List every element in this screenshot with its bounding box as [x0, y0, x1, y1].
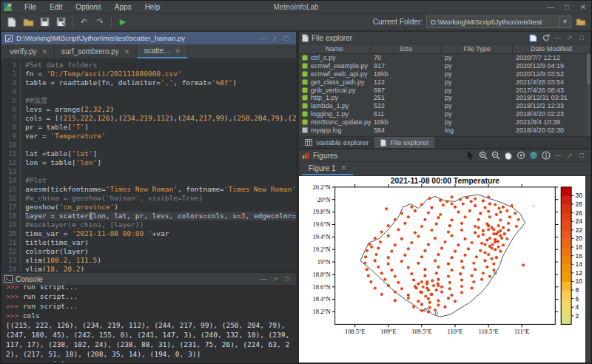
globe-icon[interactable] — [527, 150, 539, 161]
undo-button[interactable]: ↶ — [76, 16, 91, 29]
figures-toolbar: — ↗ □ — [464, 150, 588, 161]
pan-hand-icon[interactable] — [502, 150, 514, 161]
zoom-in-icon[interactable] — [477, 150, 489, 161]
svg-text:19.4°N: 19.4°N — [312, 233, 330, 240]
panel-float-icon[interactable]: ↗ — [269, 275, 281, 283]
column-header-date-modified[interactable]: Date Modified — [513, 44, 591, 53]
code-line-12: lon = table['lon'] — [25, 158, 296, 167]
close-button[interactable]: ✕ — [575, 3, 591, 11]
browse-folder-button[interactable] — [574, 16, 588, 28]
chevron-down-icon[interactable]: ▼ — [559, 16, 571, 27]
table-row[interactable]: ecmwf_web_api.py18kbpy2020/12/9 03:52 — [299, 70, 591, 78]
panel-maximize-button[interactable]: □ — [576, 152, 588, 159]
console-output[interactable]: >>> run script...>>> run script...>>> ru… — [1, 286, 296, 363]
menu-edit[interactable]: Edit — [43, 3, 69, 11]
panel-float-icon[interactable]: ↗ — [564, 152, 576, 159]
panel-minimize-button[interactable]: — — [552, 34, 564, 41]
minimize-button[interactable]: — — [542, 3, 559, 11]
code-line-8: pr = table['T'] — [25, 123, 296, 132]
svg-text:26: 26 — [576, 209, 583, 217]
save-button[interactable] — [37, 16, 52, 29]
file-size: 611 — [371, 110, 442, 118]
column-header-name[interactable]: Name — [299, 44, 371, 53]
editor-tab-bar: verify.py✕surf_sombrero.py✕scatte...✕ — [1, 44, 296, 59]
panel-minimize-button[interactable]: — — [258, 275, 269, 283]
close-icon[interactable]: ✕ — [124, 48, 130, 55]
code-line-2: fn = 'D:/Temp/ascii/202111080000.csv' — [25, 70, 296, 78]
app-logo-icon — [4, 3, 12, 11]
new-file-button[interactable] — [4, 16, 19, 29]
column-header-file-type[interactable]: File Type — [442, 44, 513, 53]
document-icon[interactable] — [527, 33, 539, 44]
code-area[interactable]: 123456789101112131415161718192021222324 … — [1, 59, 296, 272]
file-type: py — [442, 70, 513, 78]
editor-window-buttons: — ↗ □ — [257, 35, 292, 42]
tab-file-explorer[interactable]: File explorer — [374, 137, 434, 148]
edit-file-icon — [5, 35, 13, 42]
file-date: 2021/4/28 03:54 — [513, 78, 591, 86]
figure-tab-bar: Figure 1 ✕ — [299, 162, 591, 176]
menu-file[interactable]: File — [18, 3, 43, 11]
tab-figure-1[interactable]: Figure 1 ✕ — [302, 162, 353, 175]
close-icon[interactable]: ✕ — [341, 164, 347, 172]
svg-text:2: 2 — [576, 312, 579, 320]
menu-help[interactable]: Help — [138, 3, 167, 11]
column-header-size[interactable]: Size — [371, 44, 442, 53]
info-icon[interactable] — [539, 150, 552, 161]
rotate-icon[interactable] — [514, 150, 527, 161]
panel-minimize-button[interactable]: — — [257, 35, 269, 42]
table-row[interactable]: lambda_1.py522py2019/12/2 12:33 — [299, 102, 591, 110]
file-date: 2020/7/7 12:12 — [513, 54, 591, 61]
svg-text:108.5°E: 108.5°E — [345, 328, 365, 335]
table-row[interactable]: mm5tonc_update.py10kbpy2021/8/4 10:39 — [299, 118, 591, 126]
tab-variable-explorer[interactable]: Variable explorer — [299, 137, 374, 148]
scrollbar[interactable] — [587, 54, 591, 136]
table-row[interactable]: http_1.py251py2019/12/31 03:31 — [299, 94, 591, 102]
python-file-icon — [302, 63, 308, 69]
editor-panel: D:\Working\MIScript\Jython\mis\test\scat… — [1, 31, 297, 272]
current-folder-combobox[interactable]: D:\Working\MIScript\Jython\mis\test ▼ — [426, 16, 571, 28]
editor-tab-surf-sombrero-py[interactable]: surf_sombrero.py✕ — [55, 44, 137, 58]
panel-float-icon[interactable]: ↗ — [564, 34, 576, 41]
file-type: py — [442, 102, 513, 109]
svg-text:28: 28 — [576, 200, 583, 208]
menu-apps[interactable]: Apps — [108, 3, 138, 11]
close-icon[interactable]: ✕ — [175, 47, 181, 55]
panel-maximize-button[interactable]: □ — [281, 275, 293, 283]
right-column: File explorer — ↗ □ NameSizeFile TypeDat… — [298, 31, 591, 363]
table-row[interactable]: ecmwf_example.py917py2020/12/9 04:19 — [299, 62, 591, 70]
panel-minimize-button[interactable]: — — [552, 152, 564, 159]
editor-tab-verify-py[interactable]: verify.py✕ — [3, 44, 55, 58]
open-folder-button[interactable] — [21, 16, 36, 29]
menu-options[interactable]: Options — [69, 3, 107, 11]
code-text[interactable]: #Set data foldersfn = 'D:/Temp/ascii/202… — [21, 59, 296, 272]
editor-title-bar: D:\Working\MIScript\Jython\mis\test\scat… — [1, 32, 296, 44]
file-size: 122 — [371, 78, 442, 86]
select-cursor-icon[interactable] — [464, 150, 477, 161]
editor-tab-scatte-[interactable]: scatte...✕ — [137, 44, 188, 58]
table-row[interactable]: logging_1.py611py2018/4/20 02:23 — [299, 110, 591, 118]
panel-float-icon[interactable]: ↗ — [269, 35, 280, 42]
table-row[interactable]: myapp.log584log2018/4/20 02:30 — [299, 126, 591, 134]
code-line-22: colorbar(layer) — [25, 247, 296, 256]
panel-maximize-button[interactable]: □ — [280, 35, 292, 42]
run-script-button[interactable]: ▶ — [115, 16, 130, 29]
panel-maximize-button[interactable]: □ — [576, 34, 588, 41]
scrollbar[interactable] — [585, 176, 591, 363]
file-name: ecmwf_example.py — [311, 62, 368, 70]
figure-plot[interactable]: 2021-11-08 00:00 Temperature108.5°E109°E… — [299, 176, 585, 363]
current-folder-label: Current Folder: — [373, 18, 423, 26]
table-row[interactable]: grib_vertical.py697py2017/4/26 08:43 — [299, 86, 591, 94]
svg-text:18.6°N: 18.6°N — [312, 283, 330, 291]
code-line-6: levs = arange(2,32,2) — [25, 105, 296, 114]
svg-text:30: 30 — [576, 192, 583, 199]
save-as-button[interactable] — [53, 16, 68, 29]
table-row[interactable]: get_class_path.py122py2021/4/28 03:54 — [299, 78, 591, 86]
table-row[interactable]: ctrl_c.py70py2020/7/7 12:12 — [299, 54, 591, 62]
redo-button[interactable]: ↷ — [92, 16, 107, 29]
refresh-icon[interactable] — [539, 33, 552, 44]
zoom-out-icon[interactable] — [489, 150, 502, 161]
maximize-button[interactable]: □ — [559, 3, 575, 11]
file-name: lambda_1.py — [311, 102, 349, 109]
close-icon[interactable]: ✕ — [42, 48, 48, 55]
